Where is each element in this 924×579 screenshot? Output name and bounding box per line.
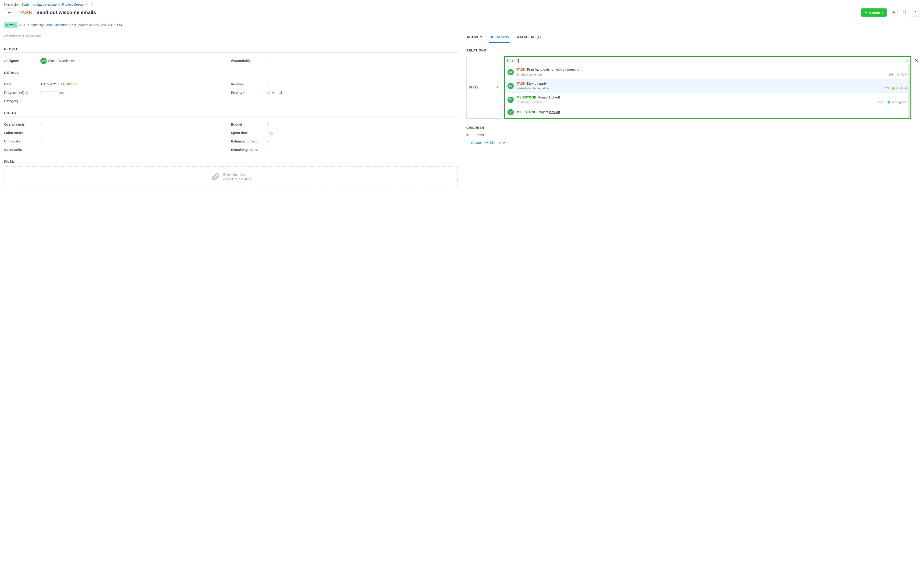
breadcrumb-link-1[interactable]: Project Set-up [62, 2, 84, 7]
files-section: FILES Drop files here or click to add fi… [4, 160, 458, 187]
accountable-value[interactable]: - [267, 59, 268, 63]
overall-costs-label: Overall costs [4, 123, 41, 127]
required-asterisk: * [243, 91, 244, 95]
back-button[interactable]: ↩ [4, 8, 15, 17]
chevron-down-icon: ▼ [497, 86, 499, 89]
help-icon[interactable]: ? [25, 92, 29, 95]
estimated-time-label: Estimated time ? [231, 139, 267, 144]
section-heading-costs: COSTS [4, 111, 458, 115]
wp-type-label: TASK [517, 82, 525, 85]
plus-icon: ＋ [864, 10, 868, 15]
breadcrumb: Hierarchy: Switch to static website ▸ Pr… [0, 0, 924, 8]
close-icon[interactable]: ✕ [90, 3, 93, 7]
relations-heading: RELATIONS [466, 48, 920, 52]
overall-costs-value[interactable]: - [41, 123, 42, 127]
side-panel: ACTIVITY RELATIONS WATCHERS (1) RELATION… [462, 30, 924, 197]
progress-bar [41, 91, 59, 94]
tab-relations[interactable]: RELATIONS [489, 33, 510, 43]
assignee-value[interactable]: SW Simon Wunderlich [41, 58, 75, 64]
fullscreen-button[interactable] [900, 9, 909, 16]
description-field[interactable]: Description: Click to edit... [4, 32, 458, 43]
expand-icon [903, 11, 906, 15]
children-table-header: ID ↑ TYPE [466, 133, 920, 137]
spent-time-label: Spent time [231, 131, 267, 135]
chevron-down-icon: ▼ [13, 24, 16, 26]
section-heading-details: DETAILS [4, 70, 458, 75]
unit-costs-value[interactable]: - [41, 139, 42, 144]
watch-button[interactable]: 👁 [889, 9, 898, 16]
plus-icon: ＋ [466, 141, 469, 145]
relations-form: Blocks ▼ kick-off ▲ BL TASK Print hand o… [466, 56, 920, 119]
kebab-icon: ⋮ [914, 10, 917, 15]
status-badge[interactable]: New ▼ [4, 22, 18, 28]
clock-icon[interactable]: ◷ [270, 131, 272, 135]
breadcrumb-link-0[interactable]: Switch to static website [21, 2, 57, 7]
labor-costs-value[interactable]: - [41, 131, 42, 135]
topbar: ↩ TASK Send out welcome emails ＋ Create … [0, 8, 924, 20]
remaining-hours-value[interactable]: - [267, 147, 268, 152]
meta-row: New ▼ #103: Created by Birthe Lindenthal… [0, 20, 924, 30]
accountable-label: Accountable [231, 59, 267, 63]
spent-units-label: Spent units [4, 147, 41, 152]
details-panel: Description: Click to edit... PEOPLE Ass… [0, 30, 462, 197]
tab-watchers[interactable]: WATCHERS (1) [516, 33, 541, 43]
spent-time-value[interactable]: - ◷ [267, 131, 272, 135]
relation-result-item[interactable]: BL TASK Kick-off party Website implement… [505, 79, 911, 93]
page-title[interactable]: Send out welcome emails [36, 9, 96, 16]
scrollbar[interactable] [908, 65, 910, 88]
relation-result-item[interactable]: BL MILESTONE Project kick-off Customer S… [505, 93, 911, 107]
details-section: DETAILS Date 11/10/2021 - 11/10/2021 Pro… [4, 70, 458, 107]
costs-section: COSTS Overall costs- Labor costs- Unit c… [4, 111, 458, 155]
progress-value[interactable]: 0% [41, 91, 65, 95]
version-value[interactable]: - [267, 82, 268, 87]
priority-dot-icon [267, 92, 270, 94]
link-icon: ∞ [499, 141, 502, 145]
col-type[interactable]: TYPE [477, 133, 485, 137]
relation-search-input[interactable]: kick-off ▲ [505, 57, 911, 65]
relation-type-select[interactable]: Blocks ▼ [466, 56, 501, 119]
unit-costs-label: Unit costs [4, 139, 41, 144]
author-link[interactable]: Birthe Lindenthal [44, 23, 68, 27]
create-button[interactable]: ＋ Create ▼ [861, 8, 887, 16]
create-child-button[interactable]: ＋ Create new child [466, 141, 495, 145]
back-arrow-icon: ↩ [8, 10, 11, 15]
relation-result-item[interactable]: HU MILESTONE Project kick-off [505, 107, 911, 118]
breadcrumb-sep: ▸ [59, 2, 60, 7]
section-heading-people: PEOPLE [4, 47, 458, 51]
estimated-time-value[interactable]: - [267, 139, 268, 144]
avatar: HU [507, 109, 514, 115]
chevron-up-icon[interactable]: ▲ [906, 59, 909, 63]
version-label: Version [231, 82, 267, 87]
chevron-down-icon: ▼ [882, 11, 884, 14]
priority-value[interactable]: Normal [267, 90, 282, 95]
date-label: Date [4, 82, 41, 87]
budget-value[interactable]: - [267, 123, 268, 127]
edit-icon[interactable]: ✎ [86, 3, 88, 7]
spent-units-value[interactable]: - [41, 147, 42, 152]
panel-resizer[interactable] [462, 108, 463, 118]
eye-icon: 👁 [891, 10, 895, 15]
sort-asc-icon: ↑ [470, 134, 472, 137]
date-value[interactable]: 11/10/2021 - 11/10/2021 [41, 82, 77, 87]
category-value[interactable]: - [41, 99, 42, 103]
status-dot-icon [897, 73, 900, 76]
relation-search-highlight: kick-off ▲ BL TASK Print hand outs for k… [504, 56, 911, 119]
assignee-label: Assignee [4, 59, 41, 63]
avatar: BL [507, 96, 514, 103]
category-label: Category [4, 99, 41, 103]
col-id[interactable]: ID ↑ [466, 133, 472, 137]
people-section: PEOPLE Assignee SW Simon Wunderlich Acco… [4, 47, 458, 66]
breadcrumb-label: Hierarchy: [4, 2, 20, 7]
avatar: SW [41, 58, 47, 64]
more-button[interactable]: ⋮ [911, 9, 920, 16]
wp-type-label: MILESTONE [517, 110, 536, 114]
relation-result-item[interactable]: BL TASK Print hand outs for kick-off mee… [505, 65, 911, 79]
add-existing-child-button[interactable]: ∞ A… [499, 141, 508, 145]
tab-activity[interactable]: ACTIVITY [466, 33, 483, 43]
avatar: BL [507, 69, 514, 75]
paperclip-icon [210, 172, 220, 182]
relation-cancel-button[interactable]: ✕ [914, 56, 920, 119]
file-dropzone[interactable]: Drop files here or click to add files [4, 166, 458, 188]
text-cursor [518, 59, 519, 63]
help-icon[interactable]: ? [255, 140, 258, 143]
